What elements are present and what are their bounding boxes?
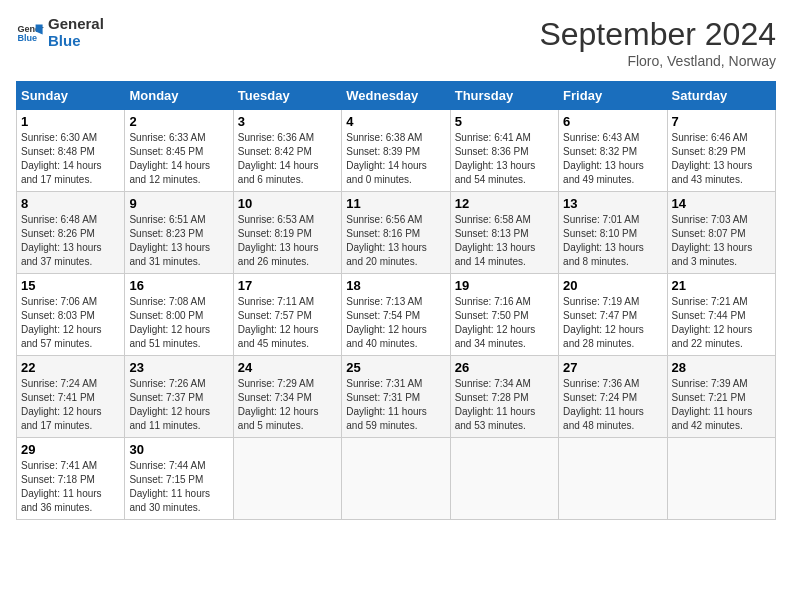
day-info: Sunrise: 7:11 AM Sunset: 7:57 PM Dayligh… bbox=[238, 295, 337, 351]
day-info: Sunrise: 7:13 AM Sunset: 7:54 PM Dayligh… bbox=[346, 295, 445, 351]
logo-general: General bbox=[48, 16, 104, 33]
calendar-cell bbox=[667, 438, 775, 520]
calendar-cell: 11 Sunrise: 6:56 AM Sunset: 8:16 PM Dayl… bbox=[342, 192, 450, 274]
title-block: September 2024 Floro, Vestland, Norway bbox=[539, 16, 776, 69]
day-number: 11 bbox=[346, 196, 445, 211]
calendar-cell: 6 Sunrise: 6:43 AM Sunset: 8:32 PM Dayli… bbox=[559, 110, 667, 192]
day-number: 26 bbox=[455, 360, 554, 375]
day-number: 25 bbox=[346, 360, 445, 375]
calendar-cell: 26 Sunrise: 7:34 AM Sunset: 7:28 PM Dayl… bbox=[450, 356, 558, 438]
day-info: Sunrise: 7:08 AM Sunset: 8:00 PM Dayligh… bbox=[129, 295, 228, 351]
day-number: 18 bbox=[346, 278, 445, 293]
logo-icon: General Blue bbox=[16, 19, 44, 47]
day-info: Sunrise: 6:43 AM Sunset: 8:32 PM Dayligh… bbox=[563, 131, 662, 187]
day-info: Sunrise: 6:48 AM Sunset: 8:26 PM Dayligh… bbox=[21, 213, 120, 269]
calendar-cell: 2 Sunrise: 6:33 AM Sunset: 8:45 PM Dayli… bbox=[125, 110, 233, 192]
calendar-cell bbox=[342, 438, 450, 520]
calendar-cell: 5 Sunrise: 6:41 AM Sunset: 8:36 PM Dayli… bbox=[450, 110, 558, 192]
calendar-cell bbox=[233, 438, 341, 520]
day-header-thursday: Thursday bbox=[450, 82, 558, 110]
calendar-cell bbox=[559, 438, 667, 520]
calendar-cell: 14 Sunrise: 7:03 AM Sunset: 8:07 PM Dayl… bbox=[667, 192, 775, 274]
day-number: 7 bbox=[672, 114, 771, 129]
day-number: 5 bbox=[455, 114, 554, 129]
day-info: Sunrise: 6:30 AM Sunset: 8:48 PM Dayligh… bbox=[21, 131, 120, 187]
day-info: Sunrise: 7:34 AM Sunset: 7:28 PM Dayligh… bbox=[455, 377, 554, 433]
page-header: General Blue General Blue September 2024… bbox=[16, 16, 776, 69]
day-info: Sunrise: 7:39 AM Sunset: 7:21 PM Dayligh… bbox=[672, 377, 771, 433]
day-info: Sunrise: 7:06 AM Sunset: 8:03 PM Dayligh… bbox=[21, 295, 120, 351]
day-number: 12 bbox=[455, 196, 554, 211]
day-header-monday: Monday bbox=[125, 82, 233, 110]
calendar-cell: 27 Sunrise: 7:36 AM Sunset: 7:24 PM Dayl… bbox=[559, 356, 667, 438]
calendar-header-row: SundayMondayTuesdayWednesdayThursdayFrid… bbox=[17, 82, 776, 110]
calendar-cell: 12 Sunrise: 6:58 AM Sunset: 8:13 PM Dayl… bbox=[450, 192, 558, 274]
calendar-cell: 24 Sunrise: 7:29 AM Sunset: 7:34 PM Dayl… bbox=[233, 356, 341, 438]
day-info: Sunrise: 7:16 AM Sunset: 7:50 PM Dayligh… bbox=[455, 295, 554, 351]
day-info: Sunrise: 7:01 AM Sunset: 8:10 PM Dayligh… bbox=[563, 213, 662, 269]
calendar-cell: 29 Sunrise: 7:41 AM Sunset: 7:18 PM Dayl… bbox=[17, 438, 125, 520]
day-number: 6 bbox=[563, 114, 662, 129]
day-number: 13 bbox=[563, 196, 662, 211]
calendar-cell: 19 Sunrise: 7:16 AM Sunset: 7:50 PM Dayl… bbox=[450, 274, 558, 356]
day-number: 16 bbox=[129, 278, 228, 293]
day-number: 4 bbox=[346, 114, 445, 129]
day-header-wednesday: Wednesday bbox=[342, 82, 450, 110]
day-info: Sunrise: 7:36 AM Sunset: 7:24 PM Dayligh… bbox=[563, 377, 662, 433]
day-number: 17 bbox=[238, 278, 337, 293]
svg-text:Blue: Blue bbox=[17, 33, 37, 43]
calendar-week-4: 22 Sunrise: 7:24 AM Sunset: 7:41 PM Dayl… bbox=[17, 356, 776, 438]
day-number: 21 bbox=[672, 278, 771, 293]
day-number: 15 bbox=[21, 278, 120, 293]
calendar-cell: 4 Sunrise: 6:38 AM Sunset: 8:39 PM Dayli… bbox=[342, 110, 450, 192]
location: Floro, Vestland, Norway bbox=[539, 53, 776, 69]
day-header-tuesday: Tuesday bbox=[233, 82, 341, 110]
calendar-cell bbox=[450, 438, 558, 520]
day-header-friday: Friday bbox=[559, 82, 667, 110]
day-info: Sunrise: 7:29 AM Sunset: 7:34 PM Dayligh… bbox=[238, 377, 337, 433]
day-info: Sunrise: 6:41 AM Sunset: 8:36 PM Dayligh… bbox=[455, 131, 554, 187]
day-number: 3 bbox=[238, 114, 337, 129]
day-info: Sunrise: 7:31 AM Sunset: 7:31 PM Dayligh… bbox=[346, 377, 445, 433]
calendar-week-5: 29 Sunrise: 7:41 AM Sunset: 7:18 PM Dayl… bbox=[17, 438, 776, 520]
day-number: 30 bbox=[129, 442, 228, 457]
day-header-saturday: Saturday bbox=[667, 82, 775, 110]
day-info: Sunrise: 6:51 AM Sunset: 8:23 PM Dayligh… bbox=[129, 213, 228, 269]
calendar-cell: 1 Sunrise: 6:30 AM Sunset: 8:48 PM Dayli… bbox=[17, 110, 125, 192]
calendar-cell: 16 Sunrise: 7:08 AM Sunset: 8:00 PM Dayl… bbox=[125, 274, 233, 356]
calendar-week-1: 1 Sunrise: 6:30 AM Sunset: 8:48 PM Dayli… bbox=[17, 110, 776, 192]
day-number: 19 bbox=[455, 278, 554, 293]
logo: General Blue General Blue bbox=[16, 16, 104, 49]
day-info: Sunrise: 7:44 AM Sunset: 7:15 PM Dayligh… bbox=[129, 459, 228, 515]
calendar-cell: 3 Sunrise: 6:36 AM Sunset: 8:42 PM Dayli… bbox=[233, 110, 341, 192]
day-number: 23 bbox=[129, 360, 228, 375]
day-info: Sunrise: 7:24 AM Sunset: 7:41 PM Dayligh… bbox=[21, 377, 120, 433]
calendar-cell: 15 Sunrise: 7:06 AM Sunset: 8:03 PM Dayl… bbox=[17, 274, 125, 356]
day-info: Sunrise: 6:53 AM Sunset: 8:19 PM Dayligh… bbox=[238, 213, 337, 269]
calendar-cell: 21 Sunrise: 7:21 AM Sunset: 7:44 PM Dayl… bbox=[667, 274, 775, 356]
day-info: Sunrise: 6:56 AM Sunset: 8:16 PM Dayligh… bbox=[346, 213, 445, 269]
day-info: Sunrise: 7:41 AM Sunset: 7:18 PM Dayligh… bbox=[21, 459, 120, 515]
day-number: 8 bbox=[21, 196, 120, 211]
calendar-cell: 13 Sunrise: 7:01 AM Sunset: 8:10 PM Dayl… bbox=[559, 192, 667, 274]
calendar-cell: 9 Sunrise: 6:51 AM Sunset: 8:23 PM Dayli… bbox=[125, 192, 233, 274]
calendar-cell: 23 Sunrise: 7:26 AM Sunset: 7:37 PM Dayl… bbox=[125, 356, 233, 438]
day-header-sunday: Sunday bbox=[17, 82, 125, 110]
day-info: Sunrise: 7:26 AM Sunset: 7:37 PM Dayligh… bbox=[129, 377, 228, 433]
calendar-cell: 20 Sunrise: 7:19 AM Sunset: 7:47 PM Dayl… bbox=[559, 274, 667, 356]
calendar-table: SundayMondayTuesdayWednesdayThursdayFrid… bbox=[16, 81, 776, 520]
calendar-cell: 7 Sunrise: 6:46 AM Sunset: 8:29 PM Dayli… bbox=[667, 110, 775, 192]
day-number: 1 bbox=[21, 114, 120, 129]
day-info: Sunrise: 6:58 AM Sunset: 8:13 PM Dayligh… bbox=[455, 213, 554, 269]
day-number: 9 bbox=[129, 196, 228, 211]
day-number: 20 bbox=[563, 278, 662, 293]
calendar-cell: 18 Sunrise: 7:13 AM Sunset: 7:54 PM Dayl… bbox=[342, 274, 450, 356]
logo-blue: Blue bbox=[48, 33, 104, 50]
calendar-cell: 28 Sunrise: 7:39 AM Sunset: 7:21 PM Dayl… bbox=[667, 356, 775, 438]
day-info: Sunrise: 6:33 AM Sunset: 8:45 PM Dayligh… bbox=[129, 131, 228, 187]
month-title: September 2024 bbox=[539, 16, 776, 53]
day-info: Sunrise: 7:03 AM Sunset: 8:07 PM Dayligh… bbox=[672, 213, 771, 269]
calendar-cell: 10 Sunrise: 6:53 AM Sunset: 8:19 PM Dayl… bbox=[233, 192, 341, 274]
day-number: 27 bbox=[563, 360, 662, 375]
day-number: 22 bbox=[21, 360, 120, 375]
